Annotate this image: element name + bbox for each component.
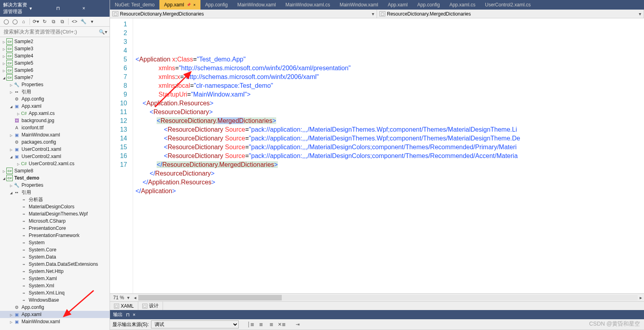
nav-right[interactable]: ▢ ResourceDictionary.MergedDictionaries … — [377, 10, 644, 18]
code-line[interactable]: <Application.Resources> — [133, 99, 644, 108]
tree-node[interactable]: C#Sample5 — [0, 59, 110, 67]
chevron-down-icon[interactable]: ▾ — [639, 11, 641, 17]
horizontal-scrollbar[interactable] — [138, 295, 638, 300]
tree-node[interactable]: ▪▪System.Net.Http — [0, 268, 110, 275]
tree-node[interactable]: C#UserControl2.xaml.cs — [0, 160, 110, 167]
expand-arrow-icon[interactable] — [2, 54, 6, 58]
code-line[interactable]: xmlns="http://schemas.microsoft.com/winf… — [133, 64, 644, 73]
document-tab[interactable]: UserControl2.xaml.cs — [480, 0, 536, 10]
tree-node[interactable]: 🔧Properties — [0, 182, 110, 189]
code-line[interactable]: xmlns:x="http://schemas.microsoft.com/wi… — [133, 73, 644, 81]
sync-icon[interactable]: ⟳▾ — [32, 18, 39, 25]
document-tab[interactable]: App.xaml.cs — [445, 0, 480, 10]
tree-node[interactable]: ▪▪PresentationCore — [0, 225, 110, 232]
code-editor[interactable]: 1234567891011121314151617 <Application x… — [110, 18, 644, 293]
goto-prev-icon[interactable]: ≣ — [257, 321, 265, 328]
expand-arrow-icon[interactable] — [16, 162, 21, 166]
expand-arrow-icon[interactable] — [2, 176, 6, 180]
tree-node[interactable]: ▪▪引用 — [0, 88, 110, 95]
search-input[interactable] — [2, 28, 99, 36]
clear-icon[interactable]: ✕≣ — [278, 321, 286, 328]
code-line[interactable]: </ResourceDictionary> — [133, 169, 644, 178]
tree-node[interactable]: C#Test_demo — [0, 174, 110, 182]
pin-icon[interactable]: 📌 — [187, 3, 191, 7]
close-icon[interactable]: × — [133, 312, 135, 318]
code-line[interactable] — [133, 196, 644, 204]
tree-node[interactable]: ▣MainWindow.xaml — [0, 318, 110, 325]
tree-node[interactable]: ⚙App.config — [0, 95, 110, 103]
expand-arrow-icon[interactable] — [9, 90, 14, 94]
tree-node[interactable]: ▣App.xaml — [0, 103, 110, 110]
scroll-right-icon[interactable]: ▸ — [638, 295, 644, 300]
tree-node[interactable]: C#Sample8 — [0, 167, 110, 174]
expand-arrow-icon[interactable] — [2, 169, 6, 173]
chevron-down-icon[interactable]: ▾ — [372, 11, 374, 17]
document-tab[interactable]: NuGet: Test_demo — [110, 0, 159, 10]
close-icon[interactable]: × — [193, 3, 196, 7]
tree-node[interactable]: ▪▪引用 — [0, 189, 110, 196]
back-icon[interactable]: ◯ — [2, 18, 10, 25]
tree-node[interactable]: ▪▪System.Xml.Linq — [0, 289, 110, 296]
expand-arrow-icon[interactable] — [9, 133, 14, 137]
tree-node[interactable]: ⚙App.config — [0, 304, 110, 311]
tree-node[interactable]: ▪▪MaterialDesignColors — [0, 203, 110, 210]
code-line[interactable]: xmlns:local="clr-namespace:Test_demo" — [133, 81, 644, 90]
expand-arrow-icon[interactable] — [2, 47, 6, 51]
tab-xaml[interactable]: ▢XAML — [110, 302, 138, 310]
expand-arrow-icon[interactable] — [9, 312, 14, 317]
expand-arrow-icon[interactable] — [9, 183, 14, 188]
show-all-icon[interactable]: ⧉ — [59, 18, 66, 25]
close-icon[interactable]: × — [82, 6, 106, 11]
tab-design[interactable]: ▢设计 — [138, 302, 163, 310]
expand-arrow-icon[interactable] — [9, 320, 14, 324]
tree-node[interactable]: ▪▪System.Data — [0, 253, 110, 261]
more-icon[interactable]: ▾ — [88, 18, 96, 25]
find-icon[interactable]: │≣ — [247, 321, 255, 328]
expand-arrow-icon[interactable] — [2, 68, 6, 73]
tree-node[interactable]: 🔧Properties — [0, 81, 110, 88]
tree-node[interactable]: C#Sample6 — [0, 67, 110, 74]
expand-arrow-icon[interactable] — [2, 75, 6, 80]
collapse-icon[interactable]: ⧉ — [50, 18, 57, 25]
code-line[interactable]: <ResourceDictionary> — [133, 108, 644, 117]
document-tab[interactable]: MainWindow.xaml — [232, 0, 281, 10]
tree-node[interactable]: ▪▪PresentationFramework — [0, 232, 110, 239]
window-position-icon[interactable]: ▾ — [29, 6, 53, 11]
code-line[interactable]: <ResourceDictionary Source="pack://appli… — [133, 134, 644, 143]
scrollbar-thumb[interactable] — [138, 295, 282, 300]
code-content[interactable]: <Application x:Class="Test_demo.App" xml… — [133, 18, 644, 293]
tree-node[interactable]: Aiconfont.ttf — [0, 124, 110, 131]
tree-node[interactable]: ▪▪Microsoft.CSharp — [0, 217, 110, 225]
expand-arrow-icon[interactable] — [9, 190, 14, 195]
search-icon[interactable]: 🔍▾ — [99, 29, 107, 35]
code-line[interactable]: StartupUri="MainWindow.xaml"> — [133, 90, 644, 99]
expand-arrow-icon[interactable] — [2, 61, 6, 65]
solution-tree[interactable]: C#Sample2C#Sample3C#Sample4C#Sample5C#Sa… — [0, 37, 110, 330]
scroll-left-icon[interactable]: ◂ — [132, 295, 138, 300]
home-icon[interactable]: ⌂ — [20, 18, 27, 25]
code-line[interactable]: </Application.Resources> — [133, 178, 644, 187]
expand-arrow-icon[interactable] — [9, 147, 14, 152]
tree-node[interactable]: ▪▪System.Data.DataSetExtensions — [0, 261, 110, 268]
code-view-icon[interactable]: <> — [71, 18, 78, 25]
code-line[interactable]: </ResourceDictionary.MergedDictionaries> — [133, 160, 644, 169]
document-tab[interactable]: App.xaml — [383, 0, 412, 10]
expand-arrow-icon[interactable] — [9, 83, 14, 87]
word-wrap-icon[interactable]: ⇥ — [294, 321, 302, 328]
tree-node[interactable]: C#Sample7 — [0, 74, 110, 81]
tree-node[interactable]: ▣UserControl2.xaml — [0, 153, 110, 160]
pin-icon[interactable]: ⊓ — [56, 6, 80, 11]
tree-node[interactable]: ▪▪分析器 — [0, 196, 110, 203]
code-line[interactable]: </Application> — [133, 187, 644, 196]
expand-arrow-icon[interactable] — [16, 111, 21, 116]
forward-icon[interactable]: ◯ — [11, 18, 18, 25]
document-tab[interactable]: App.config — [200, 0, 233, 10]
code-line[interactable]: <ResourceDictionary Source="pack://appli… — [133, 143, 644, 152]
tree-node[interactable]: ▪▪System.Xml — [0, 282, 110, 289]
tree-node[interactable]: ▣MainWindow.xaml — [0, 131, 110, 138]
code-line[interactable]: <Application x:Class="Test_demo.App" — [133, 55, 644, 64]
nav-left[interactable]: ▢ ResourceDictionary.MergedDictionaries … — [110, 10, 377, 18]
properties-icon[interactable]: 🔧 — [80, 18, 87, 25]
tree-node[interactable]: ▣App.xaml — [0, 311, 110, 318]
pin-icon[interactable]: ⊓ — [126, 312, 130, 318]
